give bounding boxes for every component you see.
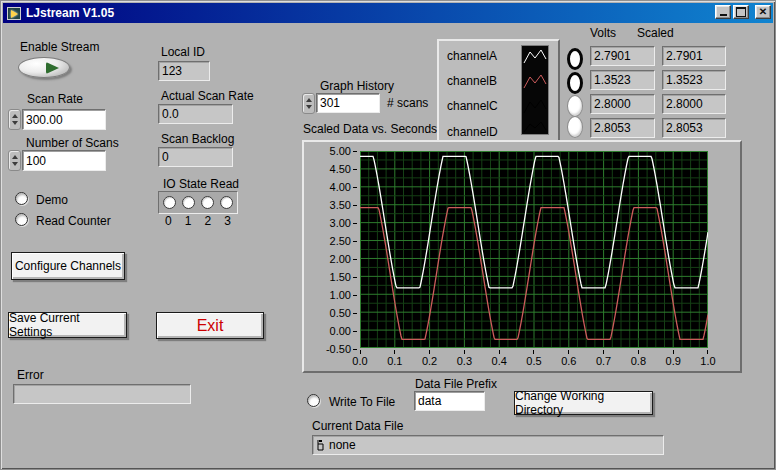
y-tick-label: 1.50 <box>300 270 357 284</box>
scan-rate-spinner[interactable] <box>8 109 21 130</box>
actual-scan-rate-label: Actual Scan Rate <box>161 89 254 103</box>
io-led-2 <box>201 196 214 209</box>
channel-switch-1[interactable] <box>567 72 583 94</box>
y-tick-label: 0.00 <box>300 324 357 338</box>
graph-title: Scaled Data vs. Seconds <box>303 122 437 136</box>
current-data-file-label: Current Data File <box>312 419 403 433</box>
close-icon: ✕ <box>759 7 767 17</box>
enable-stream-switch[interactable] <box>18 57 70 78</box>
legend-item-label-1: channelB <box>447 74 497 88</box>
x-tick-label: 0.6 <box>552 350 586 368</box>
channel-switch-2[interactable] <box>567 95 583 117</box>
y-tick-label: 3.50 <box>300 198 357 212</box>
channel-legend: channelA channelB channelC channelD <box>437 39 560 142</box>
demo-radio[interactable] <box>15 192 28 205</box>
configure-channels-button[interactable]: Configure Channels <box>11 252 125 280</box>
scaled-header: Scaled <box>637 26 674 40</box>
data-file-prefix-input[interactable] <box>414 391 485 411</box>
write-to-file-radio[interactable] <box>307 394 320 407</box>
write-to-file-label: Write To File <box>329 395 395 409</box>
channel-switch-0[interactable] <box>567 48 583 70</box>
legend-item-label-2: channelC <box>447 99 498 113</box>
save-settings-button[interactable]: Save Current Settings <box>8 312 127 338</box>
x-tick-label: 0.0 <box>343 350 377 368</box>
read-counter-radio[interactable] <box>15 213 28 226</box>
io-state-panel <box>158 191 238 214</box>
scans-suffix-label: # scans <box>387 96 428 110</box>
app-window: LJstream V1.05 ✕ Enable Stream Scan Rate… <box>0 0 776 470</box>
scaled-field-0: 2.7901 <box>662 46 726 66</box>
spinner-down-icon <box>12 162 18 166</box>
title-bar: LJstream V1.05 <box>3 3 773 23</box>
minimize-icon <box>720 14 727 16</box>
error-field <box>13 384 191 404</box>
local-id-label: Local ID <box>161 45 205 59</box>
legend-item-label-0: channelA <box>447 49 497 63</box>
x-tick-label: 0.2 <box>413 350 447 368</box>
x-tick-label: 1.0 <box>691 350 725 368</box>
error-label: Error <box>17 368 44 382</box>
volts-field-1: 1.3523 <box>590 70 655 90</box>
channel-line-icon-3 <box>524 122 546 132</box>
x-tick-label: 0.8 <box>621 350 655 368</box>
maximize-icon <box>736 7 746 17</box>
scan-backlog-label: Scan Backlog <box>161 132 234 146</box>
data-file-prefix-label: Data File Prefix <box>415 377 497 391</box>
volts-field-3: 2.8053 <box>590 118 655 138</box>
io-bit-label-2: 2 <box>205 214 212 228</box>
io-bit-label-1: 1 <box>185 214 192 228</box>
actual-scan-rate-field: 0.0 <box>158 104 233 124</box>
channel-switch-3[interactable] <box>567 116 583 138</box>
y-tick-label: 1.00 <box>300 288 357 302</box>
volts-header: Volts <box>590 26 616 40</box>
demo-label: Demo <box>36 193 68 207</box>
change-directory-button[interactable]: Change Working Directory <box>514 391 653 415</box>
graph-history-input[interactable] <box>316 93 380 113</box>
maximize-button[interactable] <box>733 5 749 19</box>
app-icon <box>7 7 21 20</box>
io-bit-labels: 0 1 2 3 <box>158 214 238 228</box>
switch-arrow-icon <box>46 62 59 74</box>
y-tick-label: 4.00 <box>300 180 357 194</box>
x-tick-label: 0.1 <box>378 350 412 368</box>
spinner-up-icon <box>12 114 18 118</box>
y-tick-label: 2.50 <box>300 234 357 248</box>
scan-backlog-field: 0 <box>158 147 233 167</box>
scan-rate-label: Scan Rate <box>27 92 83 106</box>
read-counter-label: Read Counter <box>36 214 111 228</box>
x-axis-labels: 0.00.10.20.30.40.50.60.70.80.91.0 <box>343 350 725 368</box>
io-led-0 <box>163 196 176 209</box>
channel-line-icon-0 <box>524 50 546 63</box>
y-axis-labels: 5.004.504.003.503.002.502.001.501.000.50… <box>300 144 357 356</box>
number-of-scans-spinner[interactable] <box>8 150 21 171</box>
window-title: LJstream V1.05 <box>26 6 114 20</box>
spinner-up-icon <box>306 98 312 102</box>
spinner-up-icon <box>12 155 18 159</box>
x-tick-label: 0.3 <box>447 350 481 368</box>
channel-line-icons <box>522 46 548 134</box>
number-of-scans-input[interactable] <box>22 150 106 171</box>
exit-button[interactable]: Exit <box>156 312 264 339</box>
spinner-down-icon <box>12 121 18 125</box>
y-tick-label: 4.50 <box>300 162 357 176</box>
path-icon <box>316 439 325 451</box>
graph-history-spinner[interactable] <box>302 93 315 114</box>
y-tick-label: 5.00 <box>300 144 357 158</box>
current-data-file-value: none <box>329 438 356 452</box>
enable-stream-label: Enable Stream <box>20 40 99 54</box>
minimize-button[interactable] <box>715 5 731 19</box>
x-tick-label: 0.7 <box>587 350 621 368</box>
legend-item-label-3: channelD <box>447 125 498 139</box>
channel-line-icon-1 <box>524 75 546 88</box>
x-tick-label: 0.5 <box>517 350 551 368</box>
io-led-3 <box>220 196 233 209</box>
scan-rate-input[interactable] <box>22 109 106 130</box>
channel-line-icon-2 <box>524 100 546 113</box>
close-button[interactable]: ✕ <box>755 5 771 19</box>
x-tick-label: 0.4 <box>482 350 516 368</box>
graph-history-label: Graph History <box>320 79 394 93</box>
y-tick-label: 3.00 <box>300 216 357 230</box>
scaled-field-2: 2.8000 <box>662 94 726 114</box>
spinner-down-icon <box>306 105 312 109</box>
volts-field-0: 2.7901 <box>590 46 655 66</box>
